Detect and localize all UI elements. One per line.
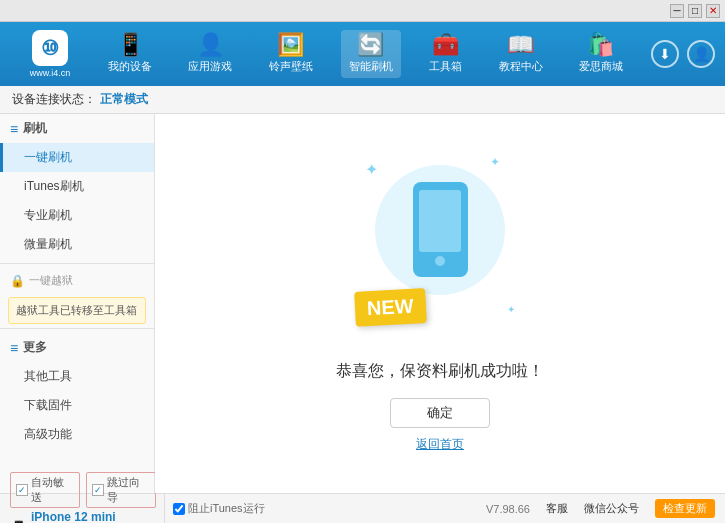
ringtones-icon: 🖼️ <box>277 34 304 56</box>
close-button[interactable]: ✕ <box>706 4 720 18</box>
other-tools-label: 其他工具 <box>24 369 72 383</box>
nav-item-apps-games[interactable]: 👤 应用游戏 <box>180 30 240 78</box>
sidebar-item-other-tools[interactable]: 其他工具 <box>0 362 154 391</box>
device-name: iPhone 12 mini <box>31 510 116 524</box>
skip-wizard-checkbox-label[interactable]: ✓ 跳过向导 <box>86 472 156 508</box>
pro-flash-label: 专业刷机 <box>24 208 72 222</box>
toolbox-icon: 🧰 <box>432 34 459 56</box>
jailbreak-label: 一键越狱 <box>29 273 73 288</box>
itunes-flash-label: iTunes刷机 <box>24 179 84 193</box>
logo-icon: ⑩ <box>32 30 68 66</box>
itunes-checkbox[interactable] <box>173 503 185 515</box>
nav-item-smart-flash[interactable]: 🔄 智能刷机 <box>341 30 401 78</box>
sparkle-icon-1: ✦ <box>365 160 378 179</box>
sidebar-item-one-key-flash[interactable]: 一键刷机 <box>0 143 154 172</box>
nav-item-tutorial[interactable]: 📖 教程中心 <box>491 30 551 78</box>
confirm-button-label: 确定 <box>427 404 453 422</box>
minimize-button[interactable]: ─ <box>670 4 684 18</box>
status-bar: 设备连接状态： 正常模式 <box>0 86 725 114</box>
one-key-flash-label: 一键刷机 <box>24 150 72 164</box>
tutorial-icon: 📖 <box>507 34 534 56</box>
auto-send-checkbox-label[interactable]: ✓ 自动敏送 <box>10 472 80 508</box>
wechat-official-link[interactable]: 微信公众号 <box>584 501 639 516</box>
skip-wizard-checkbox[interactable]: ✓ <box>92 484 104 496</box>
success-illustration: NEW ✦ ✦ ✦ <box>360 155 520 345</box>
sidebar-section-flash: ≡ 刷机 <box>0 114 154 143</box>
apps-games-icon: 👤 <box>197 34 224 56</box>
itunes-status-label: 阻止iTunes运行 <box>188 501 265 516</box>
flash-section-icon: ≡ <box>10 121 18 137</box>
advanced-label: 高级功能 <box>24 427 72 441</box>
skip-wizard-label: 跳过向导 <box>107 475 150 505</box>
mall-icon: 🛍️ <box>587 34 614 56</box>
nav-bar: 📱 我的设备 👤 应用游戏 🖼️ 铃声壁纸 🔄 智能刷机 🧰 工具箱 📖 教程中… <box>90 30 641 78</box>
nav-label-ringtones: 铃声壁纸 <box>269 59 313 74</box>
nav-item-mall[interactable]: 🛍️ 爱思商城 <box>571 30 631 78</box>
flash-section-label: 刷机 <box>23 120 47 137</box>
itunes-status: 阻止iTunes运行 <box>173 501 486 516</box>
nav-label-toolbox: 工具箱 <box>429 59 462 74</box>
sparkle-icon-2: ✦ <box>490 155 500 169</box>
dual-flash-label: 微量刷机 <box>24 237 72 251</box>
user-button[interactable]: 👤 <box>687 40 715 68</box>
nav-label-apps-games: 应用游戏 <box>188 59 232 74</box>
my-device-icon: 📱 <box>117 34 144 56</box>
device-icon: 📱 <box>10 520 27 524</box>
smart-flash-icon: 🔄 <box>357 34 384 56</box>
sidebar-section-more: ≡ 更多 <box>0 333 154 362</box>
nav-label-tutorial: 教程中心 <box>499 59 543 74</box>
sidebar-item-itunes-flash[interactable]: iTunes刷机 <box>0 172 154 201</box>
sidebar-locked-jailbreak: 🔒 一键越狱 <box>0 268 154 293</box>
success-message: 恭喜您，保资料刷机成功啦！ <box>336 361 544 382</box>
title-bar: ─ □ ✕ <box>0 0 725 22</box>
new-badge: NEW <box>354 288 426 327</box>
more-section-label: 更多 <box>23 339 47 356</box>
device-section: ✓ 自动敏送 ✓ 跳过向导 📱 iPhone 12 mini 64GB Down… <box>10 472 165 524</box>
nav-label-my-device: 我的设备 <box>108 59 152 74</box>
nav-item-toolbox[interactable]: 🧰 工具箱 <box>421 30 470 78</box>
download-firmware-label: 下载固件 <box>24 398 72 412</box>
sidebar-item-advanced[interactable]: 高级功能 <box>0 420 154 449</box>
auto-send-checkbox[interactable]: ✓ <box>16 484 28 496</box>
nav-label-mall: 爱思商城 <box>579 59 623 74</box>
bottom-bar: ✓ 自动敏送 ✓ 跳过向导 📱 iPhone 12 mini 64GB Down… <box>0 493 725 523</box>
phone-screen <box>419 190 461 252</box>
sidebar-item-download-firmware[interactable]: 下载固件 <box>0 391 154 420</box>
phone-body <box>413 182 468 277</box>
sidebar-item-pro-flash[interactable]: 专业刷机 <box>0 201 154 230</box>
bottom-checkboxes: ✓ 自动敏送 ✓ 跳过向导 <box>10 472 156 508</box>
back-home-link[interactable]: 返回首页 <box>416 436 464 453</box>
more-section-icon: ≡ <box>10 340 18 356</box>
bottom-right: V7.98.66 客服 微信公众号 检查更新 <box>486 499 715 518</box>
auto-send-label: 自动敏送 <box>31 475 74 505</box>
sidebar-item-dual-flash[interactable]: 微量刷机 <box>0 230 154 259</box>
header: ⑩ www.i4.cn 📱 我的设备 👤 应用游戏 🖼️ 铃声壁纸 🔄 智能刷机… <box>0 22 725 86</box>
header-right: ⬇ 👤 <box>651 40 715 68</box>
window-controls[interactable]: ─ □ ✕ <box>670 4 720 18</box>
main-area: ≡ 刷机 一键刷机 iTunes刷机 专业刷机 微量刷机 🔒 一键越狱 越狱工具… <box>0 114 725 493</box>
confirm-button[interactable]: 确定 <box>390 398 490 428</box>
sparkle-icon-3: ✦ <box>507 304 515 315</box>
maximize-button[interactable]: □ <box>688 4 702 18</box>
device-info-row: 📱 iPhone 12 mini 64GB Down-12mini-13,1 <box>10 510 156 524</box>
sidebar-divider-1 <box>0 263 154 264</box>
jailbreak-notice-text: 越狱工具已转移至工具箱 <box>16 304 137 316</box>
customer-service-link[interactable]: 客服 <box>546 501 568 516</box>
phone-circle-bg <box>375 165 505 295</box>
check-update-button[interactable]: 检查更新 <box>655 499 715 518</box>
nav-label-smart-flash: 智能刷机 <box>349 59 393 74</box>
download-button[interactable]: ⬇ <box>651 40 679 68</box>
main-content: NEW ✦ ✦ ✦ 恭喜您，保资料刷机成功啦！ 确定 返回首页 <box>155 114 725 493</box>
phone-home-button <box>435 256 445 266</box>
jailbreak-notice: 越狱工具已转移至工具箱 <box>8 297 146 324</box>
logo[interactable]: ⑩ www.i4.cn <box>10 30 90 78</box>
sidebar-divider-2 <box>0 328 154 329</box>
version-label: V7.98.66 <box>486 503 530 515</box>
status-label: 设备连接状态： <box>12 91 96 108</box>
status-value: 正常模式 <box>100 91 148 108</box>
logo-text: www.i4.cn <box>30 68 71 78</box>
nav-item-my-device[interactable]: 📱 我的设备 <box>100 30 160 78</box>
lock-icon: 🔒 <box>10 274 25 288</box>
nav-item-ringtones[interactable]: 🖼️ 铃声壁纸 <box>261 30 321 78</box>
sidebar: ≡ 刷机 一键刷机 iTunes刷机 专业刷机 微量刷机 🔒 一键越狱 越狱工具… <box>0 114 155 493</box>
